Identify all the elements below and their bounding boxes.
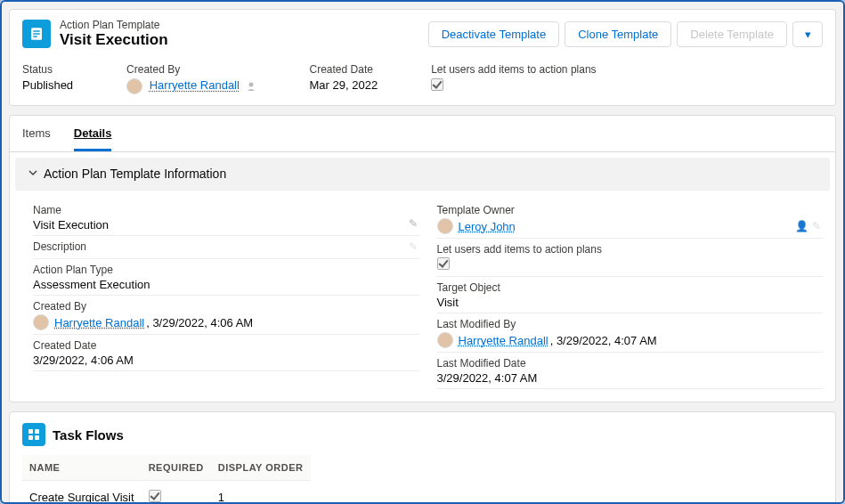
field-target-object: Target Object Visit: [437, 277, 824, 313]
status-value: Published: [22, 78, 73, 92]
field-description: Description ✎: [33, 236, 419, 259]
meta-letusers: Let users add items to action plans: [431, 63, 596, 94]
svg-rect-5: [28, 429, 33, 434]
row-name: Create Surgical Visit: [22, 481, 142, 505]
col-required: REQUIRED: [142, 455, 211, 481]
svg-rect-6: [35, 429, 39, 434]
modby-timestamp: , 3/29/2022, 4:07 AM: [550, 334, 657, 347]
record-title: Visit Execution: [60, 31, 428, 49]
letusers-checkbox: [431, 78, 443, 91]
target-value: Visit: [437, 296, 824, 309]
tab-details[interactable]: Details: [74, 116, 112, 151]
task-flows-icon: [22, 423, 45, 446]
meta-created-date: Created Date Mar 29, 2022: [310, 63, 378, 94]
letusers-label: Let users add items to action plans: [431, 63, 596, 76]
edit-icon[interactable]: ✎: [409, 217, 418, 230]
name-value: Visit Execution: [33, 218, 419, 232]
edit-icon[interactable]: ✎: [812, 220, 821, 232]
chevron-down-icon: ▾: [805, 28, 811, 41]
section-title: Action Plan Template Information: [44, 167, 226, 181]
col-order: DISPLAY ORDER: [211, 455, 311, 481]
owner-user-link[interactable]: Leroy John: [459, 220, 516, 233]
letusers-checkbox: [437, 257, 450, 270]
createddate-label: Created Date: [310, 63, 378, 76]
createddate-value: 3/29/2022, 4:06 AM: [33, 354, 419, 367]
field-last-modified-date: Last Modified Date 3/29/2022, 4:07 AM: [437, 353, 824, 389]
createdby-label: Created By: [126, 63, 256, 76]
field-action-plan-type: Action Plan Type Assessment Execution: [33, 259, 419, 296]
description-label: Description: [33, 240, 419, 253]
header-actions: Deactivate Template Clone Template Delet…: [428, 21, 823, 47]
clone-template-button[interactable]: Clone Template: [565, 21, 671, 47]
createdby-user-link[interactable]: Harryette Randall: [150, 78, 240, 92]
detail-left-column: Name Visit Execution ✎ Description ✎ Act…: [33, 199, 419, 389]
delete-template-button: Delete Template: [677, 21, 787, 47]
edit-icon[interactable]: ✎: [409, 240, 418, 253]
createdby-user-link[interactable]: Harryette Randall: [54, 316, 144, 329]
field-letusers: Let users add items to action plans: [437, 239, 824, 277]
createdby-timestamp: , 3/29/2022, 4:06 AM: [146, 316, 253, 329]
record-header: Action Plan Template Visit Execution Dea…: [9, 9, 836, 106]
row-order: 1: [211, 481, 311, 505]
modby-user-link[interactable]: Harryette Randall: [459, 334, 548, 347]
tabs: Items Details: [10, 116, 835, 152]
field-last-modified-by: Last Modified By Harryette Randall , 3/2…: [437, 313, 824, 353]
task-flows-card: Task Flows NAME REQUIRED DISPLAY ORDER C…: [9, 411, 836, 504]
avatar: [126, 78, 142, 94]
svg-rect-7: [28, 435, 33, 440]
svg-point-4: [248, 83, 253, 87]
letusers-label: Let users add items to action plans: [437, 243, 824, 256]
createddate-value: Mar 29, 2022: [310, 78, 378, 92]
task-flows-table: NAME REQUIRED DISPLAY ORDER Create Surgi…: [22, 455, 311, 504]
section-header[interactable]: Action Plan Template Information: [15, 158, 830, 191]
owner-label: Template Owner: [437, 204, 824, 216]
table-row: Create Surgical Visit 1: [22, 481, 311, 505]
field-created-by: Created By Harryette Randall , 3/29/2022…: [33, 296, 419, 335]
avatar: [437, 218, 453, 234]
user-badge-icon: [246, 81, 256, 92]
detail-right-column: Template Owner Leroy John 👤 ✎ Let users …: [437, 199, 824, 389]
detail-card: Items Details Action Plan Template Infor…: [9, 115, 836, 402]
deactivate-template-button[interactable]: Deactivate Template: [428, 21, 560, 47]
field-template-owner: Template Owner Leroy John 👤 ✎: [437, 199, 824, 239]
more-actions-button[interactable]: ▾: [792, 21, 823, 47]
target-label: Target Object: [437, 281, 824, 294]
createddate-label: Created Date: [33, 339, 419, 352]
tab-items[interactable]: Items: [22, 116, 51, 151]
field-name: Name Visit Execution ✎: [33, 199, 419, 236]
field-created-date: Created Date 3/29/2022, 4:06 AM: [33, 335, 419, 371]
svg-rect-2: [33, 33, 40, 35]
owner-actions: 👤 ✎: [795, 220, 821, 232]
modby-label: Last Modified By: [437, 318, 824, 330]
svg-rect-3: [33, 36, 37, 37]
status-label: Status: [22, 63, 73, 76]
record-type-icon: [22, 20, 51, 48]
object-label: Action Plan Template: [60, 19, 428, 31]
svg-rect-1: [33, 30, 40, 32]
avatar: [33, 314, 49, 330]
row-required: [142, 481, 211, 505]
type-label: Action Plan Type: [33, 264, 419, 276]
change-owner-icon[interactable]: 👤: [795, 220, 808, 232]
meta-created-by: Created By Harryette Randall: [126, 63, 256, 94]
type-value: Assessment Execution: [33, 278, 419, 291]
required-checkbox: [149, 490, 161, 502]
moddate-value: 3/29/2022, 4:07 AM: [437, 371, 824, 385]
meta-status: Status Published: [22, 63, 73, 94]
task-flows-title: Task Flows: [53, 427, 124, 443]
svg-rect-8: [35, 435, 39, 440]
createdby-label: Created By: [33, 300, 419, 313]
name-label: Name: [33, 204, 419, 216]
avatar: [437, 332, 453, 348]
chevron-down-icon: [28, 167, 38, 181]
col-name: NAME: [22, 455, 142, 481]
moddate-label: Last Modified Date: [437, 357, 824, 370]
